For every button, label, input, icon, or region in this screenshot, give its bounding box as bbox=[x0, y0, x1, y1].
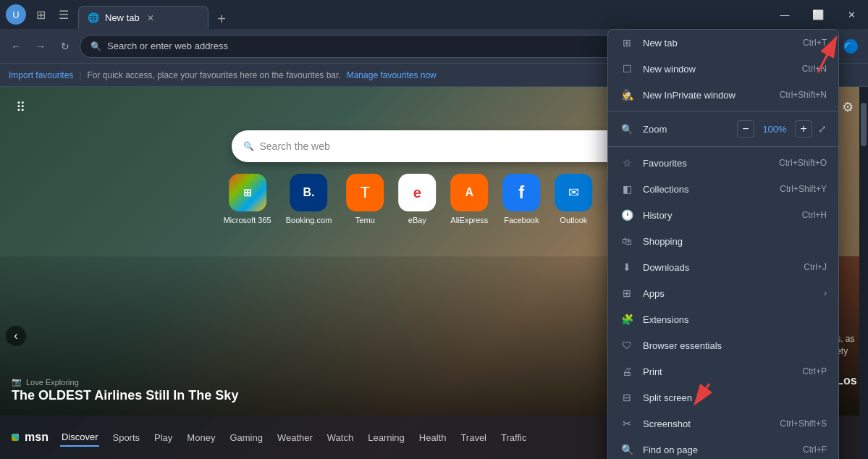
inprivate-icon: 🕵 bbox=[620, 88, 634, 102]
tab-close-button[interactable]: ✕ bbox=[147, 13, 154, 23]
maximize-button[interactable]: ⬜ bbox=[801, 0, 835, 29]
menu-item-screenshot[interactable]: ✂ Screenshot Ctrl+Shift+S bbox=[608, 410, 838, 437]
menu-label-extensions: Extensions bbox=[643, 314, 689, 325]
menu-label-print: Print bbox=[643, 366, 662, 377]
shortcut-new-window: Ctrl+N bbox=[802, 64, 827, 74]
title-bar: U ⊞ ☰ 🌐 New tab ✕ + — ⬜ ✕ bbox=[0, 0, 868, 29]
menu-item-print[interactable]: 🖨 Print Ctrl+P bbox=[608, 358, 838, 384]
shortcut-downloads: Ctrl+J bbox=[804, 262, 827, 272]
menu-label-history: History bbox=[643, 210, 672, 221]
menu-item-inprivate[interactable]: 🕵 New InPrivate window Ctrl+Shift+N bbox=[608, 82, 838, 108]
zoom-out-button[interactable]: − bbox=[737, 120, 754, 138]
menu-divider-1 bbox=[608, 111, 838, 111]
menu-label-inprivate: New InPrivate window bbox=[643, 90, 736, 101]
shortcut-booking[interactable]: B. Booking.com bbox=[286, 174, 332, 224]
menu-item-favourites[interactable]: ☆ Favourites Ctrl+Shift+O bbox=[608, 150, 838, 176]
page-settings-icon[interactable]: ⚙ bbox=[836, 96, 859, 119]
menu-divider-2 bbox=[608, 146, 838, 147]
shortcut-microsoft365[interactable]: ⊞ Microsoft 365 bbox=[224, 174, 271, 224]
favourites-icon: ☆ bbox=[620, 156, 634, 170]
edge-logo bbox=[839, 35, 862, 58]
minimize-button[interactable]: — bbox=[768, 0, 801, 29]
shortcut-aliexpress[interactable]: A AliExpress bbox=[450, 174, 488, 224]
shortcut-print: Ctrl+P bbox=[802, 366, 827, 376]
shopping-icon: 🛍 bbox=[620, 234, 634, 248]
menu-item-browser-essentials[interactable]: 🛡 Browser essentials bbox=[608, 332, 838, 358]
profile-icon[interactable]: U bbox=[6, 4, 26, 25]
menu-label-new-window: New window bbox=[643, 64, 696, 75]
menu-item-shopping[interactable]: 🛍 Shopping bbox=[608, 228, 838, 254]
msn-tab-gaming[interactable]: Gaming bbox=[228, 429, 264, 446]
msn-tab-sports[interactable]: Sports bbox=[111, 429, 141, 446]
scrollbar[interactable] bbox=[859, 87, 868, 459]
news-left-title: The OLDEST Airlines Still In The Sky bbox=[12, 387, 625, 404]
vertical-tabs-icon[interactable]: ☰ bbox=[54, 4, 74, 25]
shortcut-collections: Ctrl+Shift+Y bbox=[780, 184, 827, 194]
fav-bar-hint: For quick access, place your favourites … bbox=[88, 70, 341, 80]
new-window-icon: ☐ bbox=[620, 62, 634, 76]
forward-button[interactable]: → bbox=[30, 36, 51, 56]
menu-label-split-screen: Split screen bbox=[643, 392, 692, 403]
msn-tab-weather[interactable]: Weather bbox=[276, 429, 314, 446]
menu-item-history[interactable]: 🕐 History Ctrl+H bbox=[608, 202, 838, 228]
collections-icon: ◧ bbox=[620, 182, 634, 196]
shortcut-label: Microsoft 365 bbox=[224, 216, 271, 224]
menu-item-find[interactable]: 🔍 Find on page Ctrl+F bbox=[608, 437, 838, 459]
search-placeholder: Search the web bbox=[260, 140, 625, 152]
menu-item-split-screen[interactable]: ⊟ Split screen bbox=[608, 384, 838, 410]
zoom-in-button[interactable]: + bbox=[795, 120, 812, 138]
manage-favourites-link[interactable]: Manage favourites now bbox=[347, 70, 437, 80]
back-button[interactable]: ← bbox=[6, 36, 26, 56]
msn-tab-play[interactable]: Play bbox=[153, 429, 174, 446]
msn-tab-money[interactable]: Money bbox=[185, 429, 216, 446]
msn-tab-travel[interactable]: Travel bbox=[459, 429, 488, 446]
zoom-expand-button[interactable]: ⤢ bbox=[818, 123, 827, 135]
shortcut-facebook[interactable]: f Facebook bbox=[502, 174, 540, 224]
apps-grid-button[interactable]: ⠿ bbox=[9, 96, 32, 119]
shortcut-temu[interactable]: T Temu bbox=[346, 174, 384, 224]
menu-item-extensions[interactable]: 🧩 Extensions bbox=[608, 306, 838, 332]
scroll-thumb[interactable] bbox=[861, 103, 867, 146]
zoom-value: 100% bbox=[760, 124, 789, 135]
address-text: Search or enter web address bbox=[107, 41, 228, 51]
msn-dot bbox=[12, 434, 19, 441]
msn-tab-health[interactable]: Health bbox=[418, 429, 448, 446]
workspaces-icon[interactable]: ⊞ bbox=[30, 4, 51, 25]
apps-arrow-icon: › bbox=[824, 288, 827, 298]
menu-item-apps[interactable]: ⊞ Apps › bbox=[608, 280, 838, 306]
search-icon: 🔍 bbox=[90, 41, 101, 51]
import-favourites-btn[interactable]: Import favourites bbox=[9, 70, 73, 80]
msn-tab-watch[interactable]: Watch bbox=[326, 429, 355, 446]
zoom-controls: − 100% + ⤢ bbox=[737, 120, 827, 138]
new-tab-icon: ⊞ bbox=[620, 35, 634, 50]
tab-active[interactable]: 🌐 New tab ✕ bbox=[78, 6, 208, 29]
menu-item-collections[interactable]: ◧ Collections Ctrl+Shift+Y bbox=[608, 176, 838, 202]
shortcut-label: Booking.com bbox=[286, 216, 332, 224]
menu-item-new-tab[interactable]: ⊞ New tab Ctrl+T bbox=[608, 30, 838, 56]
msn-logo: msn bbox=[12, 431, 49, 444]
msn-tab-discover[interactable]: Discover bbox=[60, 429, 100, 447]
menu-item-downloads[interactable]: ⬇ Downloads Ctrl+J bbox=[608, 254, 838, 280]
shortcut-label: eBay bbox=[408, 216, 426, 224]
shortcut-outlook[interactable]: ✉ Outlook bbox=[555, 174, 592, 224]
msn-tab-traffic[interactable]: Traffic bbox=[500, 429, 528, 446]
menu-item-new-window[interactable]: ☐ New window Ctrl+N bbox=[608, 56, 838, 82]
downloads-icon: ⬇ bbox=[620, 260, 634, 274]
split-screen-icon: ⊟ bbox=[620, 390, 634, 405]
news-card-left[interactable]: ‹ › 📷 Love Exploring The OLDEST Airlines… bbox=[0, 256, 636, 416]
news-left-attribution: Love Exploring bbox=[26, 378, 79, 387]
menu-label-screenshot: Screenshot bbox=[643, 418, 691, 429]
shortcut-label: Outlook bbox=[560, 216, 587, 224]
msn-text: msn bbox=[25, 431, 49, 444]
zoom-icon: 🔍 bbox=[620, 124, 634, 135]
close-button[interactable]: ✕ bbox=[835, 0, 868, 29]
menu-label-collections: Collections bbox=[643, 184, 689, 195]
news-prev-button[interactable]: ‹ bbox=[6, 326, 26, 346]
title-bar-controls: — ⬜ ✕ bbox=[768, 0, 868, 29]
new-tab-button[interactable]: + bbox=[211, 9, 232, 29]
refresh-button[interactable]: ↻ bbox=[55, 36, 75, 56]
shortcut-new-tab: Ctrl+T bbox=[803, 38, 827, 48]
shortcut-ebay[interactable]: e eBay bbox=[398, 174, 436, 224]
msn-tab-learning[interactable]: Learning bbox=[366, 429, 406, 446]
search-box[interactable]: 🔍 Search the web bbox=[232, 130, 637, 162]
